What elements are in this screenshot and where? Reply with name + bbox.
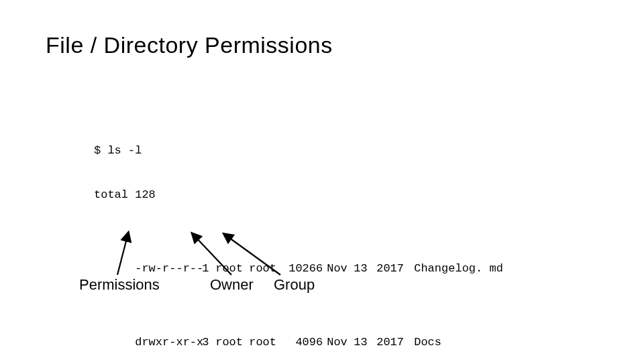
group-cell: root <box>249 335 282 350</box>
annotation-owner: Owner <box>210 276 254 294</box>
perm-cell: drwxr-xr-x <box>135 335 202 350</box>
year-cell: 2017 <box>371 261 410 276</box>
command-line: $ ls -l <box>94 143 503 158</box>
links-cell: 3 <box>202 335 215 350</box>
terminal-output: $ ls -l total 128 -rw-r--r--1rootroot102… <box>94 114 503 362</box>
month-cell: Nov <box>323 261 354 276</box>
year-cell: 2017 <box>371 335 410 350</box>
day-cell: 13 <box>354 335 371 350</box>
listing-row: drwxr-xr-x3rootroot4096Nov132017Docs <box>94 320 503 362</box>
month-cell: Nov <box>323 335 354 350</box>
annotation-permissions: Permissions <box>79 276 160 294</box>
size-cell: 4096 <box>282 335 323 350</box>
owner-cell: root <box>215 335 249 350</box>
perm-cell: -rw-r--r-- <box>135 261 202 276</box>
page-title: File / Directory Permissions <box>46 32 333 58</box>
slide: File / Directory Permissions $ ls -l tot… <box>0 0 644 362</box>
links-cell: 1 <box>202 261 215 276</box>
name-cell: Changelog. md <box>410 261 503 276</box>
total-line: total 128 <box>94 188 503 202</box>
day-cell: 13 <box>354 261 371 276</box>
owner-cell: root <box>215 261 249 276</box>
name-cell: Docs <box>410 335 441 350</box>
annotation-group: Group <box>274 276 315 294</box>
group-cell: root <box>249 261 282 276</box>
size-cell: 10266 <box>282 261 323 276</box>
